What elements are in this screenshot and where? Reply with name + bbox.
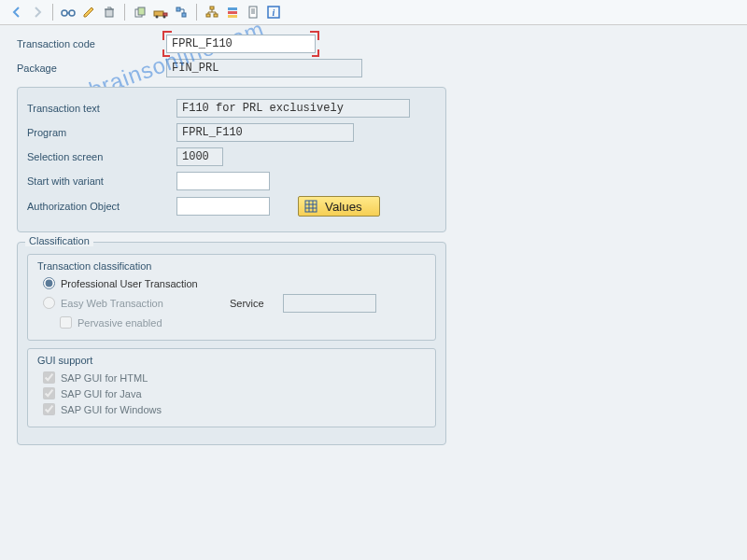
start-variant-input[interactable]: [176, 172, 270, 190]
row-transaction-code: Transaction code: [17, 35, 730, 53]
glasses-icon[interactable]: [61, 5, 76, 20]
svg-rect-4: [138, 7, 145, 15]
transaction-classification-panel: Transaction classification Professional …: [27, 254, 436, 341]
service-label: Service: [230, 298, 264, 309]
details-group: Transaction text Program Selection scree…: [17, 87, 446, 232]
svg-point-1: [69, 10, 75, 16]
forward-icon[interactable]: [30, 5, 45, 20]
check-pervasive[interactable]: Pervasive enabled: [60, 316, 426, 329]
transaction-code-highlight: [166, 35, 316, 53]
toolbar-separator: [124, 4, 125, 21]
svg-rect-5: [154, 11, 163, 16]
program-label: Program: [27, 127, 176, 138]
package-label: Package: [17, 63, 166, 74]
transaction-code-label: Transaction code: [17, 38, 166, 49]
check-gui-java[interactable]: SAP GUI for Java: [43, 387, 426, 399]
svg-point-8: [163, 16, 166, 19]
variant-icon[interactable]: [174, 5, 189, 20]
check-pervasive-label: Pervasive enabled: [78, 317, 162, 329]
tc-title: Transaction classification: [37, 260, 426, 272]
check-gui-windows-label: SAP GUI for Windows: [61, 404, 162, 415]
svg-text:i: i: [273, 7, 275, 18]
transaction-text-input[interactable]: [176, 99, 410, 118]
info-icon[interactable]: i: [266, 5, 281, 20]
row-selection-screen: Selection screen: [27, 147, 436, 166]
edit-icon[interactable]: [81, 5, 96, 20]
gui-support-panel: GUI support SAP GUI for HTML SAP GUI for…: [27, 348, 436, 427]
svg-point-0: [62, 10, 67, 16]
svg-rect-13: [214, 14, 218, 17]
package-input[interactable]: [166, 59, 362, 77]
hierarchy-icon[interactable]: [204, 5, 219, 20]
radio-professional[interactable]: Professional User Transaction: [43, 277, 426, 289]
classification-group: Classification Transaction classificatio…: [17, 242, 446, 445]
check-gui-windows[interactable]: SAP GUI for Windows: [43, 403, 426, 415]
svg-rect-10: [182, 13, 186, 17]
row-package: Package: [17, 59, 730, 77]
svg-rect-6: [163, 13, 167, 16]
svg-rect-15: [228, 11, 237, 14]
content-area: sapbrainsonline.com Transaction code Pac…: [0, 25, 747, 455]
radio-easyweb-input[interactable]: [43, 297, 55, 309]
svg-rect-20: [305, 201, 317, 212]
svg-rect-16: [228, 15, 237, 18]
transaction-text-label: Transaction text: [27, 103, 176, 114]
svg-rect-11: [210, 7, 214, 9]
values-button[interactable]: Values: [298, 196, 380, 217]
stack-icon[interactable]: [225, 5, 240, 20]
transport-icon[interactable]: [153, 5, 168, 20]
toolbar-separator: [52, 4, 53, 21]
gui-title: GUI support: [37, 355, 426, 366]
start-variant-label: Start with variant: [27, 175, 176, 187]
program-input[interactable]: [176, 123, 354, 142]
toolbar-separator: [196, 4, 197, 21]
check-pervasive-input[interactable]: [60, 316, 72, 329]
row-program: Program: [27, 123, 436, 142]
auth-object-input[interactable]: [176, 197, 270, 216]
svg-point-7: [156, 16, 159, 19]
check-gui-html-label: SAP GUI for HTML: [61, 372, 148, 384]
radio-easyweb-label: Easy Web Transaction: [61, 298, 163, 309]
row-transaction-text: Transaction text: [27, 99, 436, 118]
selection-screen-input[interactable]: [176, 147, 223, 166]
row-start-variant: Start with variant: [27, 172, 436, 190]
svg-rect-9: [176, 7, 180, 11]
check-gui-html[interactable]: SAP GUI for HTML: [43, 371, 426, 384]
radio-professional-label: Professional User Transaction: [61, 278, 198, 289]
radio-easyweb[interactable]: Easy Web Transaction: [43, 297, 230, 309]
copy-icon[interactable]: [133, 5, 148, 20]
delete-icon[interactable]: [102, 5, 117, 20]
check-gui-java-label: SAP GUI for Java: [61, 388, 142, 399]
transaction-code-input[interactable]: [166, 35, 316, 53]
radio-professional-input[interactable]: [43, 277, 55, 289]
svg-rect-14: [228, 7, 237, 10]
back-icon[interactable]: [9, 5, 24, 20]
classification-title: Classification: [25, 235, 93, 246]
grid-icon: [304, 200, 317, 213]
check-gui-java-input[interactable]: [43, 387, 55, 399]
check-gui-html-input[interactable]: [43, 371, 55, 384]
svg-rect-17: [249, 7, 257, 18]
svg-rect-2: [106, 9, 113, 17]
app-toolbar: i: [0, 0, 747, 25]
values-button-label: Values: [325, 200, 362, 214]
auth-object-label: Authorization Object: [27, 201, 176, 212]
selection-screen-label: Selection screen: [27, 151, 176, 162]
check-gui-windows-input[interactable]: [43, 403, 55, 415]
doc-icon[interactable]: [246, 5, 261, 20]
svg-rect-12: [206, 14, 210, 17]
row-auth-object: Authorization Object Values: [27, 196, 436, 217]
service-input[interactable]: [283, 294, 376, 313]
